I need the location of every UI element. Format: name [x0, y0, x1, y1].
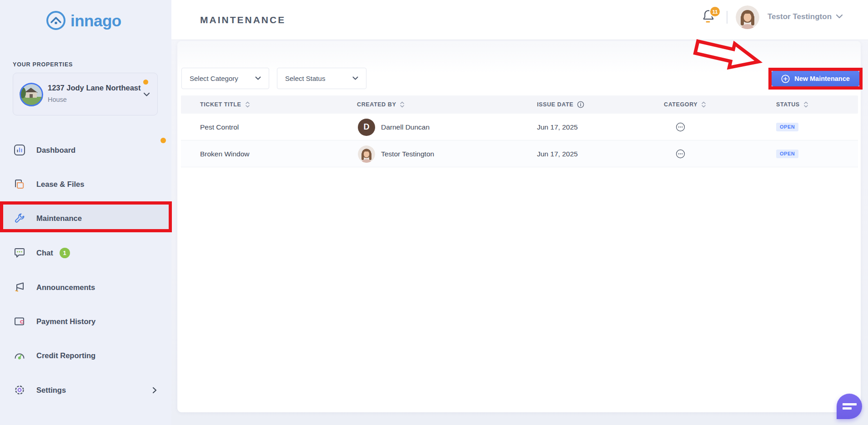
- new-maintenance-button[interactable]: New Maintenance: [772, 71, 859, 86]
- chat-fab-line: [843, 403, 857, 405]
- maintenance-wrench-icon: [14, 213, 25, 225]
- user-avatar[interactable]: [736, 5, 759, 29]
- property-thumbnail: [20, 83, 43, 106]
- sidebar-item-label: Credit Reporting: [36, 351, 95, 360]
- lease-files-icon: [14, 178, 25, 190]
- property-notification-dot: [143, 80, 148, 85]
- sort-icon: [245, 101, 250, 108]
- sidebar-item-lease-files[interactable]: Lease & Files: [0, 170, 171, 199]
- header-divider: [727, 11, 728, 24]
- info-icon: [577, 101, 584, 108]
- table-header-row: TICKET TITLE CREATED BY ISSUE DATE CATEG…: [181, 95, 858, 114]
- status-filter-select[interactable]: Select Status: [277, 68, 366, 89]
- megaphone-icon: [14, 281, 25, 293]
- status-badge: OPEN: [776, 150, 798, 158]
- ticket-title[interactable]: Pest Control: [200, 114, 239, 140]
- ticket-title[interactable]: Broken Window: [200, 140, 250, 167]
- sidebar-item-dashboard[interactable]: Dashboard: [0, 135, 171, 165]
- page-title: MAINTENANCE: [200, 15, 286, 25]
- sort-icon: [803, 101, 808, 108]
- sidebar-item-label: Settings: [36, 386, 66, 395]
- column-header-status[interactable]: STATUS: [776, 95, 808, 114]
- content-card: Select Category Select Status New Mainte…: [177, 41, 861, 412]
- wallet-icon: [14, 315, 25, 327]
- chat-fab-line: [843, 407, 852, 410]
- chevron-down-icon: [255, 76, 261, 80]
- column-header-category[interactable]: CATEGORY: [664, 95, 706, 114]
- property-selector[interactable]: 1237 Jody Lane Northeast House: [13, 73, 158, 115]
- sidebar-item-chat[interactable]: Chat 1: [0, 238, 171, 267]
- innago-logo-icon: [45, 10, 66, 31]
- chevron-down-icon: [352, 76, 358, 80]
- sidebar-item-payment-history[interactable]: Payment History: [0, 307, 171, 336]
- issue-date: Jun 17, 2025: [537, 140, 578, 167]
- category-ellipsis-icon[interactable]: [676, 114, 685, 140]
- dashboard-icon: [14, 144, 25, 156]
- sidebar-item-maintenance[interactable]: Maintenance: [0, 205, 171, 232]
- column-header-issue-date[interactable]: ISSUE DATE: [537, 95, 584, 114]
- new-maintenance-label: New Maintenance: [794, 75, 850, 82]
- avatar: D: [358, 119, 375, 136]
- category-filter-label: Select Category: [190, 75, 238, 82]
- table-row[interactable]: Broken Window Testor Testington Jun 17, …: [181, 140, 858, 167]
- sidebar-item-label: Announcements: [36, 283, 95, 292]
- maintenance-table: TICKET TITLE CREATED BY ISSUE DATE CATEG…: [181, 95, 858, 167]
- category-filter-select[interactable]: Select Category: [181, 68, 269, 89]
- your-properties-label: YOUR PROPERTIES: [13, 61, 73, 68]
- property-name: 1237 Jody Lane Northeast: [48, 84, 141, 92]
- plus-circle-icon: [781, 75, 790, 83]
- dashboard-notification-dot: [161, 138, 166, 143]
- sort-icon: [701, 101, 706, 108]
- chevron-down-icon: [143, 92, 150, 97]
- created-by-name: Darnell Duncan: [381, 123, 430, 131]
- sidebar-item-label: Dashboard: [36, 146, 75, 155]
- sidebar-item-settings[interactable]: Settings: [0, 375, 171, 405]
- notification-count-badge: 11: [709, 6, 721, 17]
- avatar: [358, 145, 375, 163]
- sidebar-item-label: Payment History: [36, 317, 95, 326]
- user-name[interactable]: Testor Testington: [768, 12, 832, 21]
- created-by-name: Testor Testington: [381, 150, 434, 158]
- sidebar-item-credit-reporting[interactable]: Credit Reporting: [0, 341, 171, 370]
- top-bar: MAINTENANCE 11 Testor Testington: [171, 0, 868, 40]
- innago-wordmark: innago: [70, 13, 121, 29]
- sidebar-item-label: Chat: [36, 249, 53, 257]
- status-badge: OPEN: [776, 123, 798, 131]
- sidebar-item-label: Lease & Files: [36, 180, 84, 189]
- chat-fab-button[interactable]: [837, 394, 862, 419]
- chat-bubble-icon: [14, 247, 25, 259]
- chevron-right-icon: [152, 387, 157, 394]
- chevron-down-icon[interactable]: [836, 14, 843, 19]
- category-ellipsis-icon[interactable]: [676, 140, 685, 167]
- column-header-created-by[interactable]: CREATED BY: [357, 95, 405, 114]
- property-type: House: [48, 96, 67, 103]
- sidebar-item-label: Maintenance: [36, 214, 82, 223]
- sidebar: innago YOUR PROPERTIES 1237 Jody Lane No…: [0, 0, 171, 425]
- gauge-icon: [14, 350, 25, 361]
- sidebar-item-announcements[interactable]: Announcements: [0, 273, 171, 302]
- chat-unread-badge: 1: [60, 248, 70, 258]
- gear-icon: [14, 384, 25, 396]
- innago-logo[interactable]: innago: [45, 10, 121, 31]
- sort-icon: [400, 101, 405, 108]
- column-header-ticket-title[interactable]: TICKET TITLE: [200, 95, 250, 114]
- table-row[interactable]: Pest Control D Darnell Duncan Jun 17, 20…: [181, 114, 858, 140]
- issue-date: Jun 17, 2025: [537, 114, 578, 140]
- status-filter-label: Select Status: [285, 75, 325, 82]
